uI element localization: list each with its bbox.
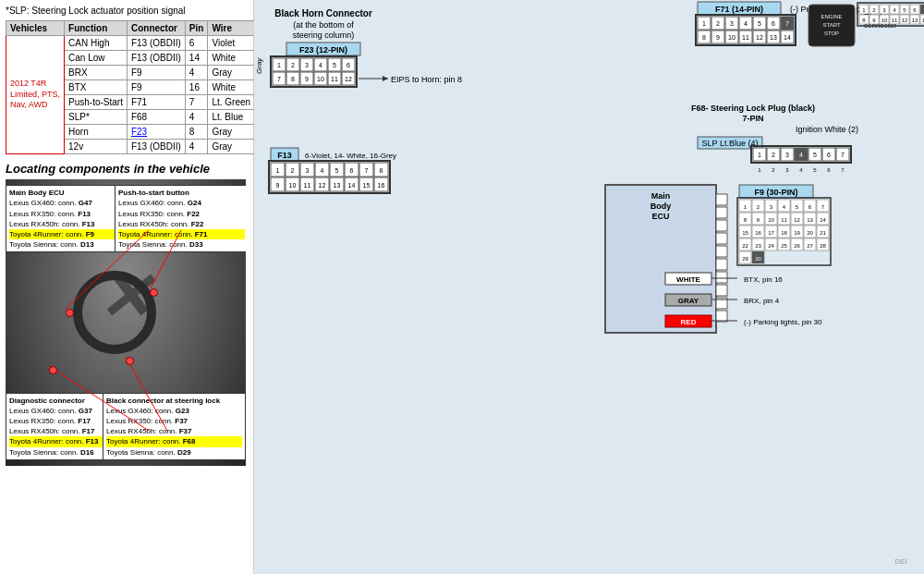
svg-rect-161 bbox=[716, 272, 727, 283]
svg-text:24: 24 bbox=[768, 243, 774, 249]
svg-text:START: START bbox=[822, 22, 840, 28]
cell-connector-1: F13 (OBDII) bbox=[127, 51, 185, 66]
cell-pin-3: 16 bbox=[185, 80, 208, 95]
svg-text:16: 16 bbox=[755, 230, 761, 236]
svg-text:8: 8 bbox=[702, 34, 706, 41]
locating-title: Locating components in the vehicle bbox=[6, 162, 248, 176]
svg-text:15: 15 bbox=[363, 182, 371, 189]
bc-line5: Toyota Sienna: conn. D29 bbox=[106, 448, 191, 457]
cell-connector-0: F13 (OBDII) bbox=[127, 36, 185, 51]
col-connector: Connector bbox=[127, 21, 185, 36]
svg-text:6: 6 bbox=[827, 152, 831, 158]
brx-annotation: BRX, pin 4 bbox=[744, 297, 780, 305]
svg-text:11: 11 bbox=[304, 182, 311, 189]
svg-text:30: 30 bbox=[755, 256, 761, 262]
svg-text:5: 5 bbox=[335, 167, 339, 174]
cell-connector-2: F9 bbox=[127, 66, 185, 80]
mbe-line3: Lexus RX450h: conn. F13 bbox=[9, 220, 95, 228]
svg-text:6: 6 bbox=[772, 20, 775, 27]
svg-text:2: 2 bbox=[772, 152, 775, 158]
svg-text:20: 20 bbox=[807, 230, 813, 236]
svg-text:1: 1 bbox=[277, 62, 281, 68]
cell-function-4: Push-to-Start bbox=[65, 95, 128, 110]
col-wire: Wire bbox=[208, 21, 255, 36]
svg-text:4: 4 bbox=[321, 167, 324, 174]
cell-connector-5: F68 bbox=[127, 110, 185, 125]
cell-connector-3: F9 bbox=[127, 80, 185, 95]
f71-pins-row1: 1 2 3 4 5 6 7 bbox=[698, 17, 794, 30]
svg-text:Body: Body bbox=[650, 202, 672, 211]
svg-text:5: 5 bbox=[758, 20, 761, 27]
svg-text:2: 2 bbox=[716, 20, 720, 27]
car-image-area: ✕ Main Body ECU Lexus GX460: conn. G47 L… bbox=[6, 179, 246, 466]
f13-annotation: 6-Violet, 14- White, 16-Grey bbox=[305, 152, 396, 160]
bc-line3: Lexus RX450h: conn. F37 bbox=[106, 427, 192, 435]
btx-annotation: BTX, pin 16 bbox=[744, 275, 783, 284]
cell-wire-3: White bbox=[208, 80, 255, 95]
dc-line5: Toyota Sienna: conn. D16 bbox=[9, 448, 94, 457]
dc-title: Diagnostic connector bbox=[9, 397, 85, 405]
svg-rect-162 bbox=[716, 285, 727, 296]
f71-badge: F71 (14-PIN) bbox=[715, 5, 763, 14]
pts-line2: Lexus RX350: conn. F22 bbox=[118, 210, 200, 218]
main-container: *SLP: Steering Lock actuator position si… bbox=[0, 0, 924, 574]
mbe-line5: Toyota Sienna: conn. D13 bbox=[9, 240, 94, 249]
svg-text:8: 8 bbox=[291, 76, 295, 82]
bc-title: Black connector at steering lock bbox=[106, 397, 220, 405]
parking-lights-annotation: (-) Parking lights, pin 30 bbox=[744, 318, 822, 326]
cell-connector-7: F13 (OBDII) bbox=[127, 140, 185, 154]
pts-line1: Lexus GX460: conn. G24 bbox=[118, 199, 201, 207]
svg-text:11: 11 bbox=[781, 217, 787, 223]
svg-text:23: 23 bbox=[755, 243, 761, 249]
f13-badge: F13 bbox=[277, 151, 292, 160]
svg-text:10: 10 bbox=[728, 34, 736, 41]
svg-text:5: 5 bbox=[813, 152, 817, 158]
svg-text:7: 7 bbox=[365, 167, 369, 174]
bc-line2: Lexus RX350: conn. F37 bbox=[106, 417, 188, 425]
svg-text:13: 13 bbox=[912, 18, 918, 23]
wiring-diagram-svg: Black Horn Connector (at the bottom of s… bbox=[254, 0, 924, 574]
svg-text:18: 18 bbox=[781, 230, 787, 236]
slp-note: *SLP: Steering Lock actuator position si… bbox=[6, 6, 248, 16]
svg-rect-158 bbox=[716, 233, 727, 244]
ignition-white: Ignition White (2) bbox=[796, 125, 858, 134]
steering-wheel bbox=[73, 271, 156, 354]
cell-wire-5: Lt. Blue bbox=[208, 110, 255, 125]
mbe-title: Main Body ECU bbox=[9, 189, 65, 197]
main-content-area: Black Horn Connector (at the bottom of s… bbox=[254, 0, 924, 574]
svg-text:22: 22 bbox=[742, 243, 748, 249]
svg-rect-157 bbox=[716, 220, 727, 231]
dot-push-to-start bbox=[150, 288, 158, 297]
svg-text:12: 12 bbox=[794, 217, 800, 223]
svg-text:11: 11 bbox=[331, 76, 338, 82]
black-connector-label: Black connector at steering lock Lexus G… bbox=[103, 393, 246, 460]
cell-function-2: BRX bbox=[65, 66, 128, 80]
svg-text:13: 13 bbox=[770, 34, 777, 41]
svg-text:8: 8 bbox=[380, 167, 383, 174]
f71-pins-row2: 8 9 10 11 12 13 14 bbox=[698, 31, 794, 43]
pts-line4: Toyota 4Runner: conn. F71 bbox=[118, 229, 245, 239]
svg-text:26: 26 bbox=[794, 243, 800, 249]
svg-text:25: 25 bbox=[781, 243, 787, 249]
svg-text:12: 12 bbox=[756, 34, 763, 41]
svg-text:13: 13 bbox=[334, 182, 341, 189]
svg-text:1: 1 bbox=[758, 152, 761, 158]
pts-line3: Lexus RX450h: conn. F22 bbox=[118, 220, 204, 228]
cell-pin-1: 14 bbox=[185, 51, 208, 66]
left-panel: *SLP: Steering Lock actuator position si… bbox=[0, 0, 254, 574]
f13-pins-row2: 9 10 11 12 13 14 15 16 bbox=[271, 177, 388, 191]
svg-text:7: 7 bbox=[841, 152, 845, 158]
svg-text:3: 3 bbox=[306, 167, 310, 174]
svg-text:14: 14 bbox=[820, 217, 826, 223]
svg-text:17: 17 bbox=[768, 230, 774, 236]
svg-text:9: 9 bbox=[276, 182, 280, 189]
cell-pin-6: 8 bbox=[185, 125, 208, 140]
f23-link[interactable]: F23 bbox=[131, 127, 147, 137]
svg-text:ENGINE: ENGINE bbox=[821, 14, 842, 19]
bc-line4: Toyota 4Runner: conn. F68 bbox=[106, 436, 242, 446]
eips-label: EIPS to Horn: pin 8 bbox=[391, 75, 462, 84]
svg-text:2: 2 bbox=[291, 167, 295, 174]
f68-pins: 1 2 3 4 5 6 7 bbox=[753, 148, 849, 161]
svg-text:16: 16 bbox=[378, 182, 385, 189]
svg-text:9: 9 bbox=[305, 76, 309, 82]
